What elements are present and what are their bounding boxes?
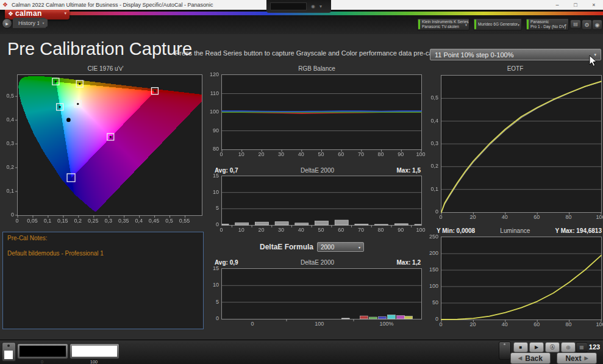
keypad-button[interactable]: ▤ [570,20,581,29]
axis-tick-label: 0 [219,151,223,157]
luminance-title: Luminance [475,227,555,234]
tab-list-caret-button[interactable]: ▾ [39,19,48,27]
stop-button[interactable]: ■ [513,342,528,352]
axis-tick-label: 80 [378,151,384,157]
deltae-title: DeltaE 2000 [238,259,397,266]
axis-tick-label: 0,4 [430,118,438,124]
page-title: Pre Calibration Capture [7,39,192,59]
logo-caret-icon: ▾ [64,11,66,16]
back-label: Back [525,354,543,363]
pattern-source-button[interactable]: ▦ [576,342,588,352]
play-icon: ▶ [535,344,538,350]
back-arrow-icon: ◀ [518,355,522,361]
axis-tick-label: 0,5 [6,93,14,99]
axis-tick-label: 0 [251,321,254,327]
axis-tick-label: 0 [439,321,442,327]
axis-tick-label: 40 [502,321,508,327]
axis-tick-label: 40 [298,151,304,157]
grayscale-deltae-chart [221,176,422,226]
axis-tick-label: 90 [398,151,404,157]
axis-tick-label: 0 [219,227,223,233]
white-swatch-label: 100 [70,359,118,364]
screen-recording-overlay: ◉ ▾ [266,0,331,13]
axis-tick-label: 50 [318,227,324,233]
axis-tick-label: 0,1 [430,186,438,192]
ambient-light-button[interactable]: ◉ [592,20,602,30]
axis-tick-label: 40 [298,227,304,233]
axis-tick-label: 110 [210,90,219,96]
axis-tick-label: 100 [596,321,603,327]
meter-read-button[interactable]: ◎ [561,342,576,352]
axis-tick-label: 70 [358,151,364,157]
pattern-icon: ▦ [579,344,584,350]
color-deltae-header: Avg: 0,9 DeltaE 2000 Max: 1,2 [215,259,421,266]
luminance-chart [441,237,602,320]
footer-bar: 0 100 ■ ▶ Ⓐ ◎ ▦ 123 ◀ Back Next ▶ [0,340,603,364]
recording-preview [270,2,307,10]
back-button[interactable]: ◀ Back [510,352,551,364]
settings-button[interactable]: ⚙ [582,20,592,30]
axis-tick-label: 150 [429,266,438,273]
reading-count-badge: 123 [587,342,602,351]
chevron-down-icon: ▾ [359,245,360,249]
calman-diamond-icon: ❖ [8,10,13,17]
autocal-button[interactable]: Ⓐ [545,342,560,352]
display-device-button[interactable]: Panasonic Pro 1 - Day (No DV) ▾ [526,18,569,30]
white-pattern-swatch[interactable] [70,343,120,359]
close-button[interactable]: × [585,0,603,10]
axis-tick-label: 0,2 [430,163,438,169]
pattern-window-button[interactable] [499,341,511,360]
axis-tick-label: 20 [469,321,476,327]
axis-tick-label: 0 [216,221,219,227]
pattern-window-toggle[interactable] [2,342,16,362]
instruction-text: Press the Read Series button to capture … [175,49,458,57]
precal-notes-text: Default bildemodus - Professional 1 [7,250,199,257]
run-nav-button[interactable]: ▶ [2,18,12,29]
axis-tick-label: 0 [439,214,442,220]
axis-tick-label: 100 [416,227,425,233]
axis-tick-label: 0,1 [6,188,14,194]
axis-tick-label: 200 [429,250,438,256]
white-swatch-fill [72,346,117,357]
axis-tick-label: 0,25 [88,218,99,224]
black-swatch-label: 0 [18,359,66,364]
axis-tick-label: 0,1 [44,218,52,224]
axis-tick-label: 0,3 [104,218,112,224]
axis-tick-label: 0 [435,316,438,322]
axis-tick-label: 10 [238,227,244,233]
deltae-formula-select[interactable]: 2000 ▾ [317,242,364,252]
generator-device-button[interactable]: Murideo 6G Generator ▾ [473,18,522,30]
read-series-button[interactable]: ▶ [529,342,544,352]
meter-device-button[interactable]: Klein Instruments K Series Panasonic TV-… [417,18,469,30]
axis-tick-label: 0,3 [430,140,438,146]
display-device-line2: Pro 1 - Day (No DV) [530,24,566,29]
maximize-button[interactable]: □ [566,0,585,10]
next-button[interactable]: Next ▶ [557,352,597,364]
axis-tick-label: 0,2 [74,218,82,224]
eotf-title: EOTF [430,65,601,72]
axis-tick-label: 60 [338,151,344,157]
luminance-header: Y Min: 0,0008 Luminance Y Max: 194,6813 [437,227,602,234]
deltae-max-label: Max: 1,5 [397,167,421,174]
axis-tick-label: 100 [429,283,438,289]
axis-tick-label: 0,55 [179,218,190,224]
app-icon: ❖ [2,2,8,8]
calman-app-window: ❖ Calman 2022 Calman Ultimate for Busine… [0,0,603,364]
next-arrow-icon: ▶ [584,355,588,361]
axis-tick-label: 5 [216,205,219,211]
axis-tick-label: 0,4 [6,116,14,123]
axis-tick-label: 20 [469,214,476,220]
black-pattern-swatch[interactable] [17,343,68,359]
axis-tick-label: 100 [315,321,324,327]
pattern-series-dropdown[interactable]: 11 Point 10% step 0-100% ▾ [430,49,601,60]
axis-tick-label: 50 [432,299,438,305]
axis-tick-label: 0,4 [135,218,143,224]
cie-1976-diagram [17,74,202,216]
precal-notes-field[interactable]: Pre-Cal Notes: Default bildemodus - Prof… [2,232,204,329]
axis-tick-label: 100% [380,321,394,327]
rgb-balance-chart [221,74,422,150]
minimize-button[interactable]: – [548,0,566,10]
precal-notes-label: Pre-Cal Notes: [7,235,199,241]
axis-tick-label: 0,35 [118,218,129,224]
axis-tick-label: 90 [398,227,404,233]
